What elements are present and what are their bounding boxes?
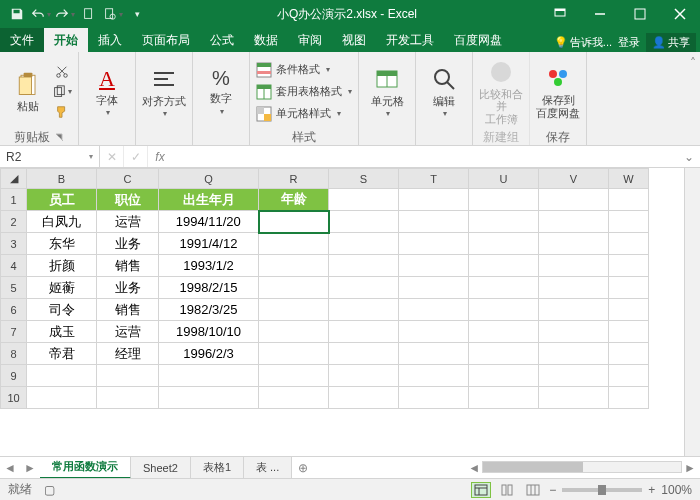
cell[interactable]: [399, 233, 469, 255]
maximize-icon[interactable]: [620, 0, 660, 28]
minimize-icon[interactable]: [580, 0, 620, 28]
macro-record-icon[interactable]: ▢: [44, 483, 55, 497]
cell[interactable]: [539, 387, 609, 409]
cell[interactable]: [539, 365, 609, 387]
cell[interactable]: [329, 189, 399, 211]
cell[interactable]: [609, 387, 649, 409]
tab-data[interactable]: 数据: [244, 28, 288, 52]
cell[interactable]: 1982/3/25: [159, 299, 259, 321]
cell[interactable]: 运营: [97, 211, 159, 233]
cell[interactable]: [259, 233, 329, 255]
tab-dev[interactable]: 开发工具: [376, 28, 444, 52]
normal-view-icon[interactable]: [471, 482, 491, 498]
sheet-nav-prev-icon[interactable]: ◄: [0, 461, 20, 475]
zoom-out-icon[interactable]: −: [549, 483, 556, 497]
format-painter-icon[interactable]: [52, 103, 72, 121]
share-button[interactable]: 👤 共享: [646, 33, 696, 52]
cell[interactable]: [329, 321, 399, 343]
cell[interactable]: [539, 343, 609, 365]
cell[interactable]: [469, 189, 539, 211]
cell[interactable]: [399, 365, 469, 387]
cell[interactable]: 成玉: [27, 321, 97, 343]
cell[interactable]: [539, 299, 609, 321]
col-header[interactable]: C: [97, 169, 159, 189]
cell[interactable]: [259, 387, 329, 409]
cell[interactable]: 帝君: [27, 343, 97, 365]
select-all-corner[interactable]: ◢: [1, 169, 27, 189]
cell[interactable]: 销售: [97, 255, 159, 277]
col-header[interactable]: S: [329, 169, 399, 189]
print-preview-icon[interactable]: [102, 3, 124, 25]
sheet-nav-next-icon[interactable]: ►: [20, 461, 40, 475]
tab-baidu[interactable]: 百度网盘: [444, 28, 512, 52]
cell[interactable]: 1998/2/15: [159, 277, 259, 299]
cell[interactable]: [609, 343, 649, 365]
cell[interactable]: [539, 233, 609, 255]
zoom-level[interactable]: 100%: [661, 483, 692, 497]
tab-view[interactable]: 视图: [332, 28, 376, 52]
row-header[interactable]: 10: [1, 387, 27, 409]
new-icon[interactable]: [78, 3, 100, 25]
cell[interactable]: [329, 343, 399, 365]
cell[interactable]: 折颜: [27, 255, 97, 277]
cell[interactable]: [609, 321, 649, 343]
cell[interactable]: [399, 321, 469, 343]
add-sheet-icon[interactable]: ⊕: [292, 461, 314, 475]
cell[interactable]: [259, 211, 329, 233]
save-to-baidu-button[interactable]: 保存到 百度网盘: [536, 58, 580, 126]
cells-dropdown[interactable]: 单元格: [365, 58, 409, 126]
cell[interactable]: 白凤九: [27, 211, 97, 233]
cell[interactable]: [399, 255, 469, 277]
cell[interactable]: 职位: [97, 189, 159, 211]
cell[interactable]: [469, 299, 539, 321]
zoom-slider[interactable]: [562, 488, 642, 492]
cell[interactable]: [159, 365, 259, 387]
cell[interactable]: 1993/1/2: [159, 255, 259, 277]
cell[interactable]: 1998/10/10: [159, 321, 259, 343]
cell[interactable]: [27, 387, 97, 409]
col-header[interactable]: W: [609, 169, 649, 189]
tab-formula[interactable]: 公式: [200, 28, 244, 52]
save-icon[interactable]: [6, 3, 28, 25]
format-as-table-button[interactable]: 套用表格格式: [256, 81, 352, 103]
cell[interactable]: 1996/2/3: [159, 343, 259, 365]
row-header[interactable]: 3: [1, 233, 27, 255]
cell[interactable]: 员工: [27, 189, 97, 211]
col-header[interactable]: U: [469, 169, 539, 189]
cell[interactable]: [609, 211, 649, 233]
sheet-tab[interactable]: 表格1: [191, 457, 244, 479]
cell[interactable]: [469, 211, 539, 233]
collapse-ribbon-icon[interactable]: ˄: [690, 56, 696, 70]
cell[interactable]: [159, 387, 259, 409]
cut-icon[interactable]: [52, 63, 72, 81]
cell[interactable]: 业务: [97, 233, 159, 255]
cell[interactable]: [329, 277, 399, 299]
fx-icon[interactable]: fx: [148, 150, 172, 164]
cell[interactable]: 销售: [97, 299, 159, 321]
cell[interactable]: [259, 255, 329, 277]
cell[interactable]: [539, 211, 609, 233]
col-header[interactable]: R: [259, 169, 329, 189]
formula-input[interactable]: [172, 151, 678, 163]
col-header[interactable]: Q: [159, 169, 259, 189]
cell[interactable]: [469, 343, 539, 365]
ribbon-options-icon[interactable]: [540, 0, 580, 28]
cell[interactable]: [469, 255, 539, 277]
editing-dropdown[interactable]: 编辑: [422, 58, 466, 126]
col-header[interactable]: B: [27, 169, 97, 189]
sheet-tab[interactable]: Sheet2: [131, 457, 191, 479]
cell[interactable]: [469, 321, 539, 343]
name-box[interactable]: R2: [0, 146, 100, 167]
cell[interactable]: [609, 277, 649, 299]
cell[interactable]: [259, 299, 329, 321]
cell[interactable]: [609, 299, 649, 321]
expand-formula-icon[interactable]: ⌄: [678, 150, 700, 164]
close-icon[interactable]: [660, 0, 700, 28]
cell[interactable]: [259, 365, 329, 387]
vertical-scrollbar[interactable]: [684, 168, 700, 456]
zoom-in-icon[interactable]: +: [648, 483, 655, 497]
cell[interactable]: [399, 343, 469, 365]
cell[interactable]: [469, 277, 539, 299]
col-header[interactable]: V: [539, 169, 609, 189]
tab-review[interactable]: 审阅: [288, 28, 332, 52]
